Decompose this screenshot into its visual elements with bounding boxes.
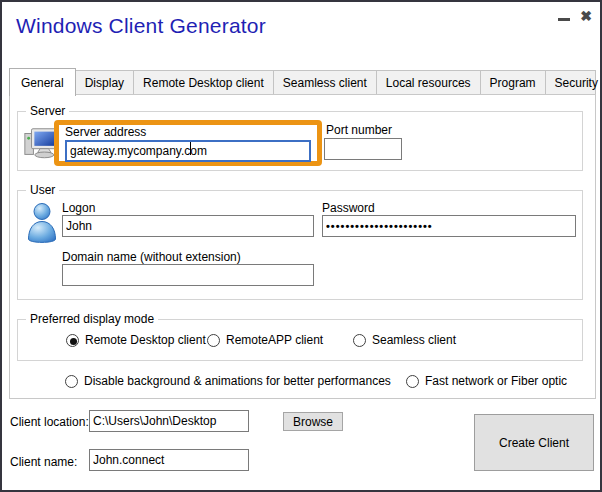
radio-fast-network-fiber-optic[interactable]: Fast network or Fiber optic [406,374,567,388]
domain-name-label: Domain name (without extension) [62,250,241,264]
radio-button-icon [406,375,419,388]
minimize-icon[interactable] [558,18,570,21]
client-location-label: Client location: [10,415,89,429]
server-address-label: Server address [65,125,311,139]
domain-name-input[interactable] [62,264,314,286]
port-number-input[interactable] [324,138,402,160]
radio-label: Remote Desktop client [85,333,206,347]
server-address-highlight: Server address [54,120,322,166]
close-icon[interactable]: ✖ [580,8,592,24]
tab-program[interactable]: Program [481,71,546,94]
server-address-input[interactable] [65,140,311,162]
radio-disable-background-animations[interactable]: Disable background & animations for bett… [65,374,391,388]
radio-button-icon [66,334,79,347]
tab-seamless-client[interactable]: Seamless client [274,71,377,94]
user-icon [25,201,59,245]
tab-page-general: Server Server address [9,94,596,399]
radio-label: Fast network or Fiber optic [425,374,567,388]
client-name-input[interactable] [89,449,249,471]
window-controls: ✖ [558,8,592,24]
radio-remoteapp-client[interactable]: RemoteAPP client [207,333,323,347]
radio-label: Seamless client [372,333,456,347]
tab-bar: General Display Remote Desktop client Se… [9,70,596,94]
window-title: Windows Client Generator [16,14,266,38]
server-group-label: Server [26,104,69,118]
radio-button-icon [207,334,220,347]
client-generator-window: Windows Client Generator ✖ General Displ… [0,0,602,492]
radio-remote-desktop-client[interactable]: Remote Desktop client [66,333,206,347]
password-label: Password [322,201,375,215]
radio-button-icon [65,375,78,388]
radio-label: Disable background & animations for bett… [84,374,391,388]
server-group: Server Server address [17,111,583,171]
tab-remote-desktop-client[interactable]: Remote Desktop client [134,71,274,94]
create-client-button[interactable]: Create Client [474,414,594,471]
user-group-label: User [26,183,59,197]
radio-seamless-client[interactable]: Seamless client [353,333,456,347]
client-location-input[interactable] [89,410,249,432]
radio-label: RemoteAPP client [226,333,323,347]
browse-button[interactable]: Browse [283,412,343,431]
display-mode-group-label: Preferred display mode [26,312,158,326]
tab-security[interactable]: Security [546,71,602,94]
text-caret [190,142,191,155]
password-input[interactable] [322,215,576,237]
client-name-label: Client name: [10,455,77,469]
logon-input[interactable] [62,215,314,237]
user-group: User Logon Password Domain name (without… [17,190,583,300]
port-number-label: Port number [326,123,392,137]
radio-button-icon [353,334,366,347]
tab-display[interactable]: Display [76,71,134,94]
tab-general[interactable]: General [9,68,76,96]
logon-label: Logon [62,201,95,215]
tab-local-resources[interactable]: Local resources [377,71,481,94]
display-mode-group: Preferred display mode Remote Desktop cl… [17,319,583,361]
